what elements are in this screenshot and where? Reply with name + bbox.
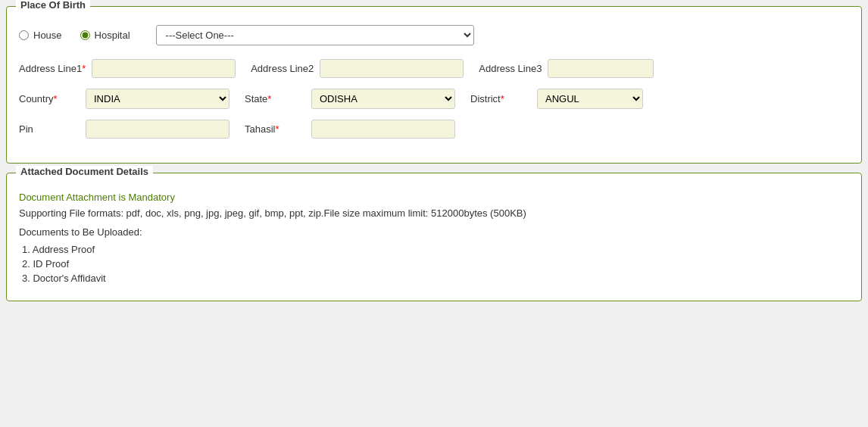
state-select[interactable]: ODISHA GOA: [311, 89, 455, 109]
address-line1-required: *: [82, 63, 86, 74]
state-group: State* ODISHA GOA: [245, 89, 455, 109]
attached-documents-legend: Attached Document Details: [16, 166, 153, 177]
tahasil-input[interactable]: [311, 120, 455, 139]
pin-group: Pin: [19, 120, 229, 139]
pin-input[interactable]: [86, 120, 229, 139]
tahasil-group: Tahasil*: [245, 120, 455, 139]
tahasil-label: Tahasil*: [245, 123, 305, 135]
hospital-select[interactable]: ---Select One--- Hospital A Hospital B: [156, 25, 474, 45]
hospital-radio[interactable]: [80, 30, 90, 40]
place-of-birth-legend: Place Of Birth: [16, 0, 90, 11]
country-state-district-row: Country* INDIA USA State* ODISHA GOA Dis…: [19, 89, 849, 109]
hospital-radio-label[interactable]: Hospital: [80, 30, 130, 41]
pin-label: Pin: [19, 123, 80, 135]
house-radio[interactable]: [19, 30, 29, 40]
address-line3-input[interactable]: [548, 59, 654, 78]
district-group: District* ANGUL BHUBANESWAR: [470, 89, 643, 109]
house-label: House: [33, 30, 62, 41]
address-line1-input[interactable]: [92, 59, 236, 78]
document-item-3: 3. Doctor's Affidavit: [22, 273, 849, 284]
hospital-label: Hospital: [95, 30, 130, 41]
country-select[interactable]: INDIA USA: [86, 89, 229, 109]
pin-tahasil-row: Pin Tahasil*: [19, 120, 849, 139]
address-line3-group: Address Line3: [479, 59, 654, 78]
address-line2-label: Address Line2: [251, 63, 314, 74]
country-group: Country* INDIA USA: [19, 89, 229, 109]
district-label: District*: [470, 93, 531, 104]
attached-documents-section: Attached Document Details Document Attac…: [6, 173, 862, 301]
address-line1-group: Address Line1*: [19, 59, 236, 78]
country-label: Country*: [19, 93, 80, 104]
birth-place-radio-row: House Hospital ---Select One--- Hospital…: [19, 25, 849, 45]
documents-to-upload-label: Documents to Be Uploaded:: [19, 226, 849, 238]
address-line3-label: Address Line3: [479, 63, 542, 74]
document-item-1: 1. Address Proof: [22, 244, 849, 255]
country-required: *: [54, 93, 58, 104]
mandatory-text: Document Attachment is Mandatory: [19, 192, 849, 203]
address-lines-row: Address Line1* Address Line2 Address Lin…: [19, 59, 849, 78]
supporting-formats-text: Supporting File formats: pdf, doc, xls, …: [19, 207, 849, 219]
house-radio-label[interactable]: House: [19, 30, 62, 41]
place-of-birth-section: Place Of Birth House Hospital ---Select …: [6, 6, 862, 164]
state-required: *: [267, 93, 271, 104]
address-line1-label: Address Line1*: [19, 63, 86, 74]
state-label: State*: [245, 93, 305, 104]
tahasil-required: *: [275, 123, 279, 135]
document-item-2: 2. ID Proof: [22, 258, 849, 270]
address-line2-group: Address Line2: [251, 59, 464, 78]
district-select[interactable]: ANGUL BHUBANESWAR: [537, 89, 643, 109]
district-required: *: [501, 93, 504, 104]
address-line2-input[interactable]: [320, 59, 464, 78]
